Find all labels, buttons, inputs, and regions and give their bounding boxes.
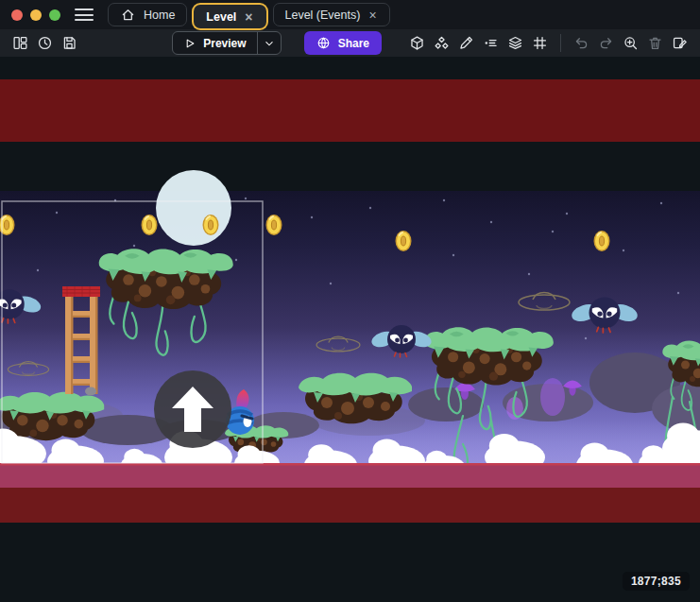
layers-button[interactable] xyxy=(504,32,526,54)
coin[interactable] xyxy=(142,215,158,235)
undo-button[interactable] xyxy=(571,32,592,54)
star xyxy=(566,213,568,215)
star xyxy=(623,249,624,251)
history-tools-group xyxy=(571,32,691,54)
cloud-puff xyxy=(373,439,401,462)
toolbar-right-group xyxy=(406,32,691,54)
object-cube-button[interactable] xyxy=(406,32,428,54)
star xyxy=(330,283,332,284)
tab-level[interactable]: Level × xyxy=(194,5,265,28)
preview-dropdown-button[interactable] xyxy=(257,32,281,54)
minimize-window-button[interactable] xyxy=(30,9,42,21)
undo-icon xyxy=(573,35,589,51)
toolbar: Preview Share xyxy=(0,29,700,57)
cloud-puff xyxy=(238,445,261,463)
tab-label: Home xyxy=(144,9,175,22)
close-tab-icon[interactable]: × xyxy=(244,10,253,24)
tab-level-events[interactable]: Level (Events) × xyxy=(273,3,390,26)
share-label: Share xyxy=(338,37,369,50)
toolbar-separator xyxy=(560,34,561,52)
main-menu-button[interactable] xyxy=(70,4,98,26)
play-icon xyxy=(183,37,196,50)
tab-home[interactable]: Home xyxy=(108,3,187,26)
star xyxy=(235,259,237,261)
zoom-window-button[interactable] xyxy=(49,9,60,21)
cursor-coordinates-badge: 1877;835 xyxy=(623,572,690,591)
star xyxy=(660,202,662,204)
tab-label: Level xyxy=(206,10,236,24)
preview-label: Preview xyxy=(203,37,246,50)
close-window-button[interactable] xyxy=(11,9,23,21)
small-stone[interactable] xyxy=(85,387,96,396)
cloud-puff xyxy=(581,443,609,466)
star xyxy=(585,337,587,339)
bottom-hazard-band[interactable] xyxy=(0,488,700,523)
star xyxy=(369,207,371,209)
redo-button[interactable] xyxy=(595,32,617,54)
star xyxy=(528,273,530,275)
globe-icon xyxy=(316,36,331,50)
object-cube-icon xyxy=(409,35,425,51)
instructions-list-icon xyxy=(483,35,499,51)
edit-pencil-icon xyxy=(458,35,474,51)
star xyxy=(677,292,679,294)
pink-ground-band[interactable] xyxy=(0,463,700,488)
history-button[interactable] xyxy=(34,32,56,54)
window-controls xyxy=(11,9,60,21)
editor-tools-group xyxy=(406,32,551,54)
coin[interactable] xyxy=(594,231,610,251)
save-icon xyxy=(61,35,77,51)
close-tab-icon[interactable]: × xyxy=(367,9,377,22)
cloud-puff xyxy=(52,439,80,462)
trash-icon xyxy=(647,35,663,51)
coin[interactable] xyxy=(396,231,412,251)
scene-editor-canvas[interactable]: 1877;835 xyxy=(0,57,700,602)
redo-icon xyxy=(598,35,614,51)
edit-pencil-button[interactable] xyxy=(455,32,477,54)
preview-button[interactable]: Preview xyxy=(172,31,281,55)
star xyxy=(552,231,554,232)
toolbar-left-group xyxy=(9,32,80,54)
background-rock xyxy=(408,387,484,421)
cloud-puff xyxy=(308,444,334,465)
grid-icon xyxy=(532,35,548,51)
edit-scene-icon xyxy=(672,35,688,51)
grid-button[interactable] xyxy=(529,32,551,54)
cloud-puff xyxy=(489,434,520,458)
object-groups-button[interactable] xyxy=(431,32,452,54)
share-button[interactable]: Share xyxy=(304,31,382,55)
object-groups-icon xyxy=(434,35,450,51)
coin[interactable] xyxy=(266,215,282,235)
coin[interactable] xyxy=(203,215,219,235)
star xyxy=(37,269,39,271)
history-icon xyxy=(37,35,53,51)
panels-button[interactable] xyxy=(9,32,31,54)
zoom-in-icon xyxy=(623,35,639,51)
purple-glow xyxy=(540,378,565,416)
save-button[interactable] xyxy=(59,32,80,54)
top-hazard-band[interactable] xyxy=(0,79,700,142)
star xyxy=(311,216,313,218)
home-icon xyxy=(120,7,136,23)
edit-scene-button[interactable] xyxy=(669,32,691,54)
hamburger-icon xyxy=(75,6,94,25)
game-scene xyxy=(0,57,700,602)
zoom-in-button[interactable] xyxy=(620,32,641,54)
star xyxy=(443,199,445,201)
chevron-down-icon xyxy=(263,37,276,50)
instructions-list-button[interactable] xyxy=(480,32,502,54)
panels-icon xyxy=(12,35,28,51)
star xyxy=(56,212,58,214)
layers-icon xyxy=(507,35,523,51)
cloud-puff xyxy=(667,422,699,448)
star xyxy=(452,254,454,256)
application-window: Home Level × Level (Events) × Preview xyxy=(0,0,700,602)
moon[interactable] xyxy=(156,170,231,246)
trash-button[interactable] xyxy=(644,32,666,54)
tab-label: Level (Events) xyxy=(285,9,361,22)
cloud-puff xyxy=(642,445,665,463)
star xyxy=(245,198,247,199)
titlebar: Home Level × Level (Events) × xyxy=(0,0,700,29)
star xyxy=(490,221,492,223)
tab-bar: Home Level × Level (Events) × xyxy=(108,3,390,26)
